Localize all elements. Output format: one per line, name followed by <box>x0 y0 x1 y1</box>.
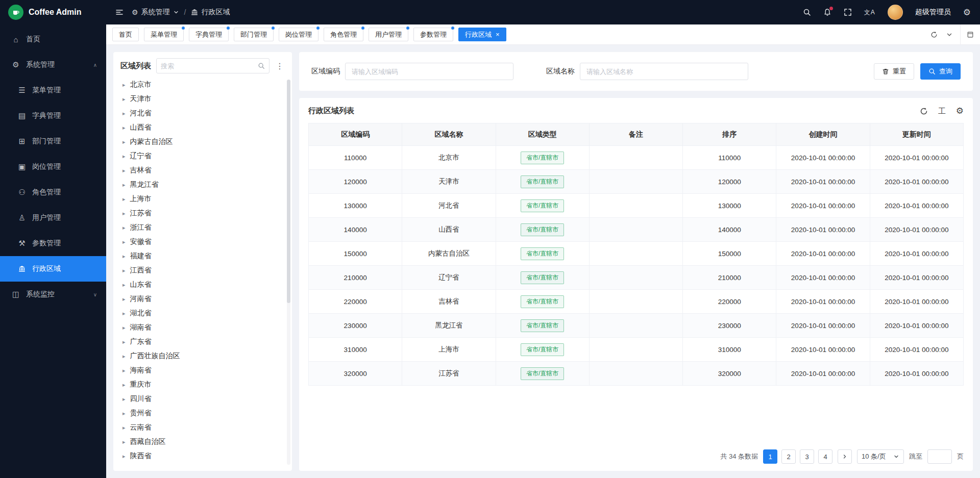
table-row[interactable]: 310000上海市省市/直辖市3100002020-10-01 00:00:00… <box>309 338 964 362</box>
close-icon[interactable]: × <box>496 31 500 38</box>
tree-item[interactable]: ▸北京市 <box>120 78 285 92</box>
tree-item[interactable]: ▸山东省 <box>120 278 285 292</box>
region-name-filter: 区域名称 <box>546 63 748 80</box>
tree-item[interactable]: ▸海南省 <box>120 363 285 378</box>
search-icon[interactable] <box>803 8 811 16</box>
tree-item[interactable]: ▸贵州省 <box>120 406 285 420</box>
translate-icon[interactable]: 文A <box>864 8 875 17</box>
username[interactable]: 超级管理员 <box>915 8 951 17</box>
tree-item[interactable]: ▸四川省 <box>120 392 285 406</box>
tree-item[interactable]: ▸江苏省 <box>120 206 285 220</box>
fullscreen-icon[interactable] <box>844 8 852 16</box>
content-fullscreen-icon[interactable] <box>960 24 980 44</box>
notification-bell-icon[interactable] <box>823 8 831 16</box>
region-code-input[interactable] <box>345 63 513 80</box>
tree-item[interactable]: ▸河南省 <box>120 292 285 306</box>
tree-item[interactable]: ▸山西省 <box>120 120 285 135</box>
sidebar-item-home[interactable]: ⌂首页 <box>0 27 106 52</box>
tree-item[interactable]: ▸浙江省 <box>120 220 285 235</box>
tab-user[interactable]: 用户管理 <box>369 28 408 41</box>
sidebar-item-menu[interactable]: ☰菜单管理 <box>0 78 106 103</box>
table-row[interactable]: 130000河北省省市/直辖市1300002020-10-01 00:00:00… <box>309 194 964 218</box>
tree-item[interactable]: ▸辽宁省 <box>120 149 285 163</box>
jump-page-input[interactable] <box>927 449 952 464</box>
sidebar-item-user[interactable]: ♙用户管理 <box>0 205 106 231</box>
tree-item[interactable]: ▸湖南省 <box>120 320 285 335</box>
tab-role[interactable]: 角色管理 <box>324 28 363 41</box>
sidebar-item-post[interactable]: ▣岗位管理 <box>0 154 106 180</box>
table-row[interactable]: 120000天津市省市/直辖市1200002020-10-01 00:00:00… <box>309 170 964 194</box>
tab-open-dot <box>181 26 185 30</box>
tree-item[interactable]: ▸云南省 <box>120 420 285 435</box>
tab-param[interactable]: 参数管理 <box>413 28 453 41</box>
table-row[interactable]: 210000辽宁省省市/直辖市2100002020-10-01 00:00:00… <box>309 266 964 290</box>
tab-dept[interactable]: 部门管理 <box>234 28 274 41</box>
table-row[interactable]: 230000黑龙江省省市/直辖市2300002020-10-01 00:00:0… <box>309 314 964 338</box>
table-density-icon[interactable]: 工 <box>938 107 946 115</box>
region-name-input[interactable] <box>580 63 748 80</box>
tree-item[interactable]: ▸天津市 <box>120 92 285 106</box>
tree-item[interactable]: ▸上海市 <box>120 192 285 206</box>
tree-search-input[interactable] <box>161 62 255 70</box>
search-icon[interactable] <box>258 62 265 69</box>
table-row[interactable]: 110000北京市省市/直辖市1100002020-10-01 00:00:00… <box>309 146 964 170</box>
tree-scrollbar-thumb[interactable] <box>287 80 290 303</box>
table-cell: 2020-10-01 00:00:00 <box>870 290 963 314</box>
tree-item[interactable]: ▸福建省 <box>120 249 285 263</box>
caret-right-icon: ▸ <box>122 410 126 417</box>
page-size-select[interactable]: 10 条/页 <box>857 449 904 464</box>
tree-item[interactable]: ▸河北省 <box>120 106 285 120</box>
user-avatar[interactable] <box>888 5 903 20</box>
tree-item[interactable]: ▸黑龙江省 <box>120 178 285 192</box>
table-cell: 2020-10-01 00:00:00 <box>870 146 963 170</box>
tab-dict[interactable]: 字典管理 <box>189 28 229 41</box>
settings-gear-icon[interactable]: ⚙ <box>963 7 971 18</box>
tree-item[interactable]: ▸重庆市 <box>120 378 285 392</box>
sidebar-item-param[interactable]: ⚒参数管理 <box>0 231 106 256</box>
refresh-icon[interactable] <box>930 31 938 38</box>
table-row[interactable]: 220000吉林省省市/直辖市2200002020-10-01 00:00:00… <box>309 290 964 314</box>
sidebar-item-role[interactable]: ⚇角色管理 <box>0 180 106 205</box>
reset-button[interactable]: 重置 <box>874 63 914 80</box>
tree-item[interactable]: ▸广西壮族自治区 <box>120 349 285 363</box>
tree-item[interactable]: ▸江西省 <box>120 263 285 278</box>
sidebar-item-dept[interactable]: ⊞部门管理 <box>0 129 106 154</box>
tree-item[interactable]: ▸安徽省 <box>120 235 285 249</box>
more-options-icon[interactable]: ⋮ <box>275 61 285 71</box>
page-button-4[interactable]: 4 <box>818 449 832 464</box>
tree-item[interactable]: ▸陕西省 <box>120 449 285 463</box>
tree-item[interactable]: ▸湖北省 <box>120 306 285 320</box>
tab-home[interactable]: 首页 <box>112 28 139 41</box>
sidebar-item-system[interactable]: ⚙系统管理∧ <box>0 52 106 78</box>
table-cell: 2020-10-01 00:00:00 <box>870 194 963 218</box>
tree-scrollbar[interactable] <box>287 80 290 465</box>
page-button-1[interactable]: 1 <box>763 449 777 464</box>
search-button[interactable]: 查询 <box>920 63 961 80</box>
column-settings-gear-icon[interactable]: ⚙ <box>956 107 964 115</box>
table-row[interactable]: 140000山西省省市/直辖市1400002020-10-01 00:00:00… <box>309 218 964 242</box>
tree-item-label: 辽宁省 <box>130 152 152 161</box>
sidebar-item-region[interactable]: 行政区域 <box>0 256 106 282</box>
tab-menu[interactable]: 菜单管理 <box>144 28 184 41</box>
tree-item[interactable]: ▸广东省 <box>120 335 285 349</box>
table-row[interactable]: 150000内蒙古自治区省市/直辖市1500002020-10-01 00:00… <box>309 242 964 266</box>
tree-item[interactable]: ▸西藏自治区 <box>120 435 285 449</box>
page-button-2[interactable]: 2 <box>781 449 796 464</box>
tree-item[interactable]: ▸吉林省 <box>120 163 285 178</box>
table-row[interactable]: 320000江苏省省市/直辖市3200002020-10-01 00:00:00… <box>309 362 964 386</box>
tab-open-dot <box>316 26 320 30</box>
tab-post[interactable]: 岗位管理 <box>279 28 318 41</box>
next-page-button[interactable] <box>838 449 852 464</box>
sidebar-item-monitor[interactable]: ◫系统监控∨ <box>0 282 106 307</box>
tree-item[interactable]: ▸内蒙古自治区 <box>120 135 285 149</box>
tab-region[interactable]: 行政区域× <box>458 28 506 41</box>
tree-item[interactable]: ▸甘肃省 <box>120 463 285 465</box>
breadcrumb-system-item[interactable]: ⚙ 系统管理 <box>132 8 179 17</box>
tab-menu-chevron-icon[interactable] <box>946 31 953 38</box>
sidebar-item-dict[interactable]: ▤字典管理 <box>0 103 106 129</box>
caret-right-icon: ▸ <box>122 196 126 203</box>
breadcrumb-region-item[interactable]: 行政区域 <box>191 8 230 17</box>
collapse-sidebar-icon[interactable] <box>115 8 124 16</box>
page-button-3[interactable]: 3 <box>800 449 814 464</box>
refresh-icon[interactable] <box>920 107 928 115</box>
